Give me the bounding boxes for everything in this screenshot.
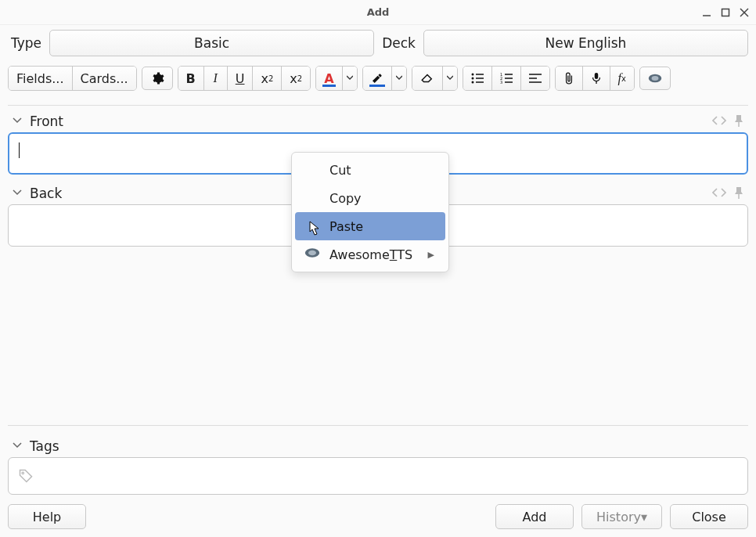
history-button[interactable]: History▾ [581,504,662,529]
deck-value: New English [545,35,627,51]
list-align-group: 123 [463,66,550,91]
bullet-list-icon [471,73,484,84]
highlighter-icon [371,72,383,85]
deck-selector[interactable]: New English [423,30,748,56]
text-color-dropdown[interactable] [343,67,357,90]
chevron-down-icon [447,75,453,81]
front-field-label: Front [30,114,63,129]
titlebar: Add [0,0,756,25]
note-type-value: Basic [194,35,229,51]
bottom-button-bar: Help Add History▾ Close [8,495,748,529]
back-field-label: Back [30,186,62,201]
note-type-selector[interactable]: Basic [49,30,374,56]
chevron-down-icon [13,116,23,127]
equation-button[interactable]: fx [610,67,634,90]
context-paste[interactable]: Paste [295,212,445,240]
svg-point-8 [471,81,473,84]
window-controls [700,0,751,25]
context-awesometts[interactable]: AwesomeTTS ▶ [295,240,445,268]
bold-button[interactable]: B [178,67,204,90]
context-copy[interactable]: Copy [295,184,445,212]
text-color-button[interactable]: A [316,67,342,90]
record-audio-button[interactable] [583,67,610,90]
underline-button[interactable]: U [228,67,254,90]
close-button[interactable]: Close [670,504,748,529]
pin-field-button[interactable] [734,187,743,200]
align-icon [529,73,542,84]
format-group: B I U x2 x2 [178,66,311,91]
minimize-button[interactable] [700,5,714,20]
unordered-list-button[interactable] [463,67,492,90]
pin-field-button[interactable] [734,115,743,128]
context-cut[interactable]: Cut [295,156,445,184]
close-window-button[interactable] [737,5,751,20]
help-button[interactable]: Help [8,504,86,529]
fields-cards-group: Fields... Cards... [8,66,137,91]
tag-icon [18,468,34,484]
text-color-underline [322,85,335,87]
erase-group [412,66,458,91]
fields-button[interactable]: Fields... [9,67,73,90]
svg-point-4 [471,74,473,76]
svg-text:3: 3 [500,80,502,84]
cards-button[interactable]: Cards... [73,67,136,90]
align-button[interactable] [521,67,549,90]
gear-icon [150,71,164,85]
highlight-color-underline [369,85,385,87]
divider [8,425,748,426]
window-title: Add [367,6,390,18]
remove-format-button[interactable] [412,67,443,90]
microphone-icon [591,72,602,85]
highlight-button[interactable] [363,67,392,90]
media-group: fx [555,66,635,91]
tags-input[interactable] [8,457,748,495]
settings-button[interactable] [142,67,173,90]
svg-point-22 [651,76,658,81]
front-field-header[interactable]: Front [8,110,748,132]
speaker-icon [648,73,662,84]
svg-rect-1 [722,9,729,16]
superscript-button[interactable]: x2 [253,67,282,90]
add-button[interactable]: Add [495,504,574,529]
submenu-arrow-icon: ▶ [428,250,434,260]
ordered-list-button[interactable]: 123 [492,67,521,90]
type-deck-row: Type Basic Deck New English [8,30,748,56]
paperclip-icon [563,72,574,85]
editor-toolbar: Fields... Cards... B I U x2 x2 A [8,63,748,94]
speaker-icon [304,247,320,262]
italic-button[interactable]: I [204,67,228,90]
type-label: Type [8,35,45,51]
subscript-button[interactable]: x2 [282,67,310,90]
toggle-html-button[interactable] [712,187,726,200]
awesometts-toolbar-button[interactable] [639,67,671,90]
svg-point-6 [471,77,473,80]
tags-header[interactable]: Tags [8,435,748,457]
remove-format-dropdown[interactable] [443,67,457,90]
attach-button[interactable] [556,67,583,90]
chevron-down-icon [347,75,353,81]
divider [8,105,748,106]
maximize-button[interactable] [718,5,733,20]
tags-label: Tags [30,438,59,454]
context-menu: Cut Copy Paste AwesomeTTS ▶ [291,152,449,272]
numbered-list-icon: 123 [500,73,513,84]
chevron-down-icon [13,441,23,452]
textcolor-group: A [315,66,357,91]
svg-point-25 [22,472,24,474]
svg-point-27 [308,250,316,256]
eraser-icon [420,72,434,85]
chevron-down-icon [13,188,23,199]
highlight-dropdown[interactable] [392,67,406,90]
toggle-html-button[interactable] [712,115,726,128]
chevron-down-icon [396,75,402,81]
deck-label: Deck [379,35,419,51]
tags-section: Tags [8,435,748,495]
svg-rect-19 [594,73,597,79]
highlight-group [362,66,407,91]
